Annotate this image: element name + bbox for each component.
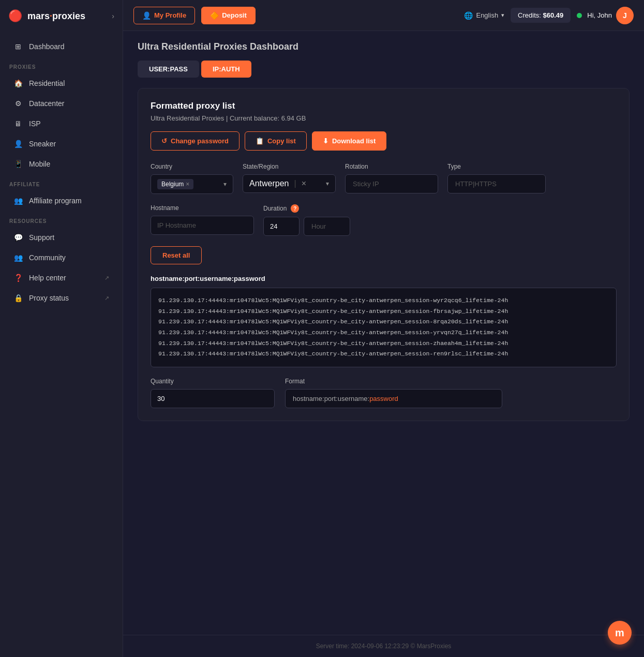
sidebar-item-label: Residential <box>29 79 65 87</box>
footer: Server time: 2024-09-06 12:23:29 © MarsP… <box>123 635 644 657</box>
hostname-label: Hostname <box>151 204 254 212</box>
community-icon: 👥 <box>13 253 23 262</box>
section-label-affiliate: AFFILIATE <box>0 174 123 190</box>
format-group: Format hostname:port:username:password <box>285 378 502 408</box>
chevron-down-icon: ▾ <box>326 180 329 187</box>
proxy-list-card: Formatted proxy list Ultra Residential P… <box>138 88 630 421</box>
sidebar-item-datacenter[interactable]: ⚙ Datacenter <box>4 94 118 113</box>
sidebar-item-dashboard[interactable]: ⊞ Dashboard <box>4 37 118 56</box>
duration-label: Duration <box>263 205 287 212</box>
duration-unit-input <box>304 217 350 236</box>
dashboard-icon: ⊞ <box>13 42 23 51</box>
profile-icon: 👤 <box>142 11 151 20</box>
rotation-filter: Rotation <box>345 163 438 193</box>
sidebar-collapse-icon[interactable]: › <box>112 12 114 20</box>
rotation-input[interactable] <box>345 174 438 193</box>
logo-area[interactable]: 🔴 mars·proxies › <box>0 0 123 32</box>
proxy-entry: 91.239.130.17:44443:mr10478lWc5:MQ1WFViy… <box>158 349 609 360</box>
chevron-down-icon: ▾ <box>501 12 504 19</box>
logo-text: mars·proxies <box>27 11 85 22</box>
card-title: Formatted proxy list <box>151 101 617 111</box>
sidebar-item-isp[interactable]: 🖥 ISP <box>4 114 118 133</box>
help-icon[interactable]: ? <box>291 204 299 213</box>
sidebar-nav: ⊞ Dashboard PROXIES 🏠 Residential ⚙ Data… <box>0 32 123 657</box>
proxy-list-box[interactable]: 91.239.130.17:44443:mr10478lWc5:MQ1WFViy… <box>151 288 617 367</box>
sidebar-item-mobile[interactable]: 📱 Mobile <box>4 154 118 174</box>
language-icon: 🌐 <box>464 11 473 20</box>
country-label: Country <box>151 163 233 170</box>
quantity-group: Quantity <box>151 378 275 408</box>
quantity-label: Quantity <box>151 378 275 385</box>
sidebar-item-label: Support <box>29 233 54 242</box>
external-link-icon: ↗ <box>104 275 109 281</box>
proxystatus-icon: 🔒 <box>13 293 23 303</box>
sidebar-item-label: Dashboard <box>29 42 65 51</box>
card-subtitle: Ultra Residential Proxies | Current bala… <box>151 114 617 122</box>
sneaker-icon: 👤 <box>13 139 23 148</box>
state-value: Antwerpen <box>249 179 289 188</box>
proxy-entry: 91.239.130.17:44443:mr10478lWc5:MQ1WFViy… <box>158 327 609 338</box>
topbar: 👤 My Profile 🔶 Deposit 🌐 English ▾ Credi… <box>123 0 644 31</box>
sidebar-item-affiliate[interactable]: 👥 Affiliate program <box>4 191 118 211</box>
proxy-entry: 91.239.130.17:44443:mr10478lWc5:MQ1WFViy… <box>158 295 609 306</box>
state-select[interactable]: Antwerpen | × ▾ <box>243 174 336 193</box>
proxy-format-label: hostname:port:username:password <box>151 275 617 282</box>
copy-list-button[interactable]: 📋 Copy list <box>245 131 307 151</box>
main-area: 👤 My Profile 🔶 Deposit 🌐 English ▾ Credi… <box>123 0 644 657</box>
datacenter-icon: ⚙ <box>13 99 23 108</box>
type-label: Type <box>447 163 546 170</box>
download-list-button[interactable]: ⬇ Download list <box>312 131 387 151</box>
action-buttons: ↺ Change password 📋 Copy list ⬇ Download… <box>151 131 617 151</box>
online-status-dot <box>577 13 582 18</box>
sidebar-item-label: Proxy status <box>29 294 69 302</box>
sidebar-item-label: Community <box>29 253 66 262</box>
sidebar-item-label: ISP <box>29 120 41 128</box>
reset-all-button[interactable]: Reset all <box>151 246 202 264</box>
mobile-icon: 📱 <box>13 159 23 169</box>
user-greeting[interactable]: Hi, John J <box>577 7 634 24</box>
proxy-entry: 91.239.130.17:44443:mr10478lWc5:MQ1WFViy… <box>158 317 609 327</box>
residential-icon: 🏠 <box>13 79 23 88</box>
hostname-filter: Hostname <box>151 204 254 235</box>
sidebar-item-label: Help center <box>29 274 66 282</box>
sidebar-item-community[interactable]: 👥 Community <box>4 248 118 267</box>
format-display: hostname:port:username:password <box>285 389 502 408</box>
change-password-icon: ↺ <box>161 137 167 145</box>
tab-group: USER:PASS IP:AUTH <box>138 61 630 78</box>
duration-inputs <box>263 217 350 236</box>
content-area: Ultra Residential Proxies Dashboard USER… <box>123 31 644 635</box>
avatar: J <box>616 7 634 24</box>
sidebar-item-label: Datacenter <box>29 99 64 108</box>
filter-row-2: Hostname Duration ? <box>151 204 617 236</box>
support-icon: 💬 <box>13 233 23 242</box>
tab-ipauth[interactable]: IP:AUTH <box>201 61 251 78</box>
deposit-button[interactable]: 🔶 Deposit <box>201 7 256 24</box>
sidebar-item-label: Mobile <box>29 160 50 168</box>
duration-number-input[interactable] <box>263 217 299 236</box>
tab-userpass[interactable]: USER:PASS <box>138 61 199 78</box>
change-password-button[interactable]: ↺ Change password <box>151 131 239 151</box>
fab-button[interactable]: m <box>608 621 632 645</box>
proxy-entry: 91.239.130.17:44443:mr10478lWc5:MQ1WFViy… <box>158 338 609 349</box>
hostname-input[interactable] <box>151 216 254 235</box>
country-select[interactable]: Belgium × ▾ <box>151 174 233 194</box>
sidebar-item-label: Sneaker <box>29 140 56 148</box>
type-input[interactable] <box>447 174 546 193</box>
affiliate-icon: 👥 <box>13 196 23 205</box>
quantity-input[interactable] <box>151 389 275 408</box>
sidebar-item-residential[interactable]: 🏠 Residential <box>4 73 118 93</box>
my-profile-button[interactable]: 👤 My Profile <box>133 7 195 24</box>
rotation-label: Rotation <box>345 163 438 170</box>
sidebar-item-support[interactable]: 💬 Support <box>4 228 118 247</box>
sidebar-item-label: Affiliate program <box>29 197 82 205</box>
proxy-entry: 91.239.130.17:44443:mr10478lWc5:MQ1WFViy… <box>158 306 609 317</box>
country-tag: Belgium × <box>157 179 193 189</box>
isp-icon: 🖥 <box>13 119 23 128</box>
sidebar-item-helpcenter[interactable]: ❓ Help center ↗ <box>4 268 118 288</box>
language-selector[interactable]: 🌐 English ▾ <box>464 11 504 20</box>
state-remove-icon[interactable]: × <box>302 179 306 188</box>
sidebar-item-sneaker[interactable]: 👤 Sneaker <box>4 134 118 154</box>
country-remove-icon[interactable]: × <box>186 181 189 188</box>
state-filter: State/Region Antwerpen | × ▾ <box>243 163 336 193</box>
sidebar-item-proxystatus[interactable]: 🔒 Proxy status ↗ <box>4 288 118 308</box>
